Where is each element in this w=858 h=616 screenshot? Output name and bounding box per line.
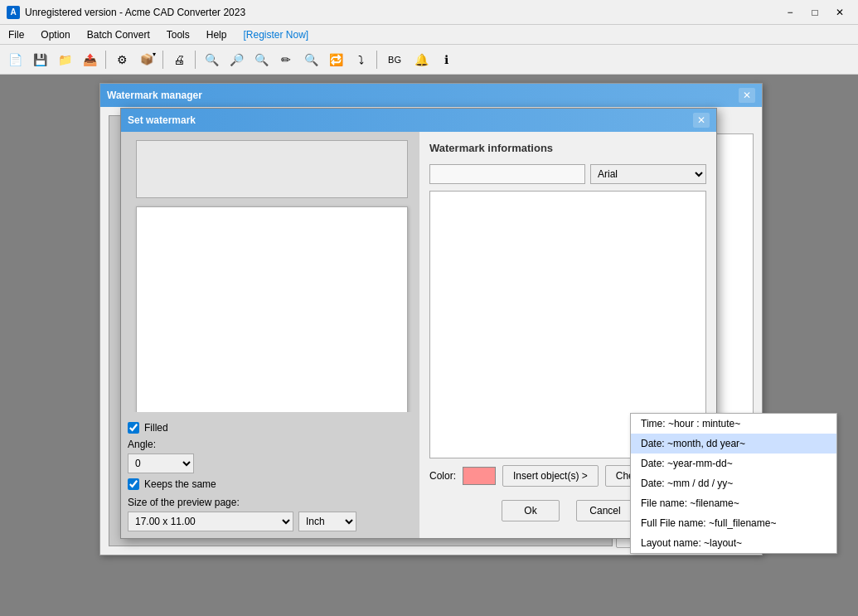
filled-row: Filled [128,422,413,434]
menu-option[interactable]: Option [32,25,78,44]
font-row: Arial Times New Roman Calibri [429,164,706,184]
title-bar: A Unregistered version - Acme CAD Conver… [0,0,858,25]
close-button[interactable]: ✕ [828,3,851,22]
toolbar-package[interactable]: 📦 ▾ [135,48,158,71]
insert-objects-button[interactable]: Insert object(s) > [502,465,599,487]
toolbar-new[interactable]: 📄 [3,48,27,71]
toolbar-undo[interactable]: ⤵ [349,48,372,71]
toolbar-bell[interactable]: 🔔 [410,48,433,71]
keeps-row: Keeps the same [128,478,413,490]
dropdown-item-filename[interactable]: File name: ~filename~ [631,493,836,513]
dropdown-item-date-mm-dd[interactable]: Date: ~mm / dd / yy~ [631,473,836,493]
maximize-button[interactable]: □ [803,3,826,22]
set-watermark-titlebar: Set watermark ✕ [121,109,716,132]
menu-tools[interactable]: Tools [158,25,198,44]
font-select[interactable]: Arial Times New Roman Calibri [590,164,706,184]
app-icon: A [7,6,20,19]
set-watermark-close[interactable]: ✕ [693,113,710,128]
size-section: Size of the preview page: 17.00 x 11.00 … [128,497,413,531]
toolbar-export[interactable]: 📤 [78,48,101,71]
menu-bar: File Option Batch Convert Tools Help [Re… [0,25,858,45]
color-label: Color: [429,470,456,482]
dropdown-item-date-year-mm[interactable]: Date: ~year-mm-dd~ [631,454,836,473]
keeps-checkbox[interactable] [128,478,139,490]
dropdown-item-full-filename[interactable]: Full File name: ~full_filename~ [631,513,836,533]
menu-batch-convert[interactable]: Batch Convert [79,25,158,44]
toolbar-separator-2 [162,51,163,69]
angle-label: Angle: [128,439,413,450]
main-area: Watermark manager ✕ Watermark object(s) … [0,75,858,616]
angle-row: Angle: 0 45 90 180 [128,439,413,473]
menu-help[interactable]: Help [198,25,235,44]
set-watermark-ok[interactable]: Ok [502,500,560,521]
toolbar-print[interactable]: 🖨 [167,48,191,71]
watermark-manager-titlebar: Watermark manager ✕ [100,84,762,107]
watermark-manager-title: Watermark manager [107,90,202,101]
insert-objects-dropdown: Time: ~hour : mintute~ Date: ~month, dd … [630,413,837,554]
font-name-input[interactable] [429,164,585,184]
toolbar-separator-4 [376,51,377,69]
window-controls: − □ ✕ [778,3,851,22]
toolbar-rotate[interactable]: 🔁 [324,48,347,71]
set-watermark-cancel[interactable]: Cancel [576,500,634,521]
angle-select[interactable]: 0 45 90 180 [128,454,194,473]
set-watermark-body: Filled Angle: 0 45 90 180 Keeps the s [121,132,716,538]
size-row: 17.00 x 11.00 11.00 x 8.50 8.50 x 11.00 … [128,512,413,531]
dropdown-item-date-month[interactable]: Date: ~month, dd year~ [631,434,836,454]
keeps-label: Keeps the same [144,478,216,490]
toolbar-save[interactable]: 💾 [28,48,51,71]
size-label: Size of the preview page: [128,497,413,508]
toolbar-search[interactable]: 🔍 [299,48,322,71]
menu-file[interactable]: File [0,25,32,44]
toolbar-settings[interactable]: ⚙ [110,48,133,71]
toolbar-separator-3 [195,51,196,69]
dropdown-item-time[interactable]: Time: ~hour : mintute~ [631,414,836,434]
toolbar-bg[interactable]: BG [381,48,408,71]
filled-label: Filled [144,422,168,434]
preview-page-main [136,206,408,422]
app-title: Unregistered version - Acme CAD Converte… [25,7,245,18]
set-watermark-preview: Filled Angle: 0 45 90 180 Keeps the s [121,132,419,538]
toolbar-info[interactable]: ℹ [434,48,458,71]
menu-register[interactable]: [Register Now] [235,25,317,44]
preview-bottom-controls: Filled Angle: 0 45 90 180 Keeps the s [121,412,419,538]
toolbar-zoom-in[interactable]: 🔍 [200,48,223,71]
toolbar-zoom-fit[interactable]: 🔍 [250,48,273,71]
toolbar-edit[interactable]: ✏ [274,48,298,71]
minimize-button[interactable]: − [778,3,802,22]
watermark-manager-close[interactable]: ✕ [739,88,755,103]
set-watermark-dialog: Set watermark ✕ Filled Angle: 0 [120,108,717,539]
size-select[interactable]: 17.00 x 11.00 11.00 x 8.50 8.50 x 11.00 [128,512,293,531]
unit-select[interactable]: Inch mm cm [298,512,356,531]
set-watermark-title: Set watermark [128,114,196,126]
toolbar: 📄 💾 📁 📤 ⚙ 📦 ▾ 🖨 🔍 🔎 🔍 ✏ 🔍 🔁 ⤵ BG 🔔 ℹ [0,45,858,75]
filled-checkbox[interactable] [128,422,139,434]
preview-page-top [136,140,408,198]
toolbar-open[interactable]: 📁 [53,48,76,71]
toolbar-separator-1 [105,51,106,69]
toolbar-zoom-out[interactable]: 🔎 [225,48,248,71]
color-swatch[interactable] [463,467,496,485]
dropdown-item-layout-name[interactable]: Layout name: ~layout~ [631,533,836,553]
watermark-info-title: Watermark informations [429,142,706,154]
